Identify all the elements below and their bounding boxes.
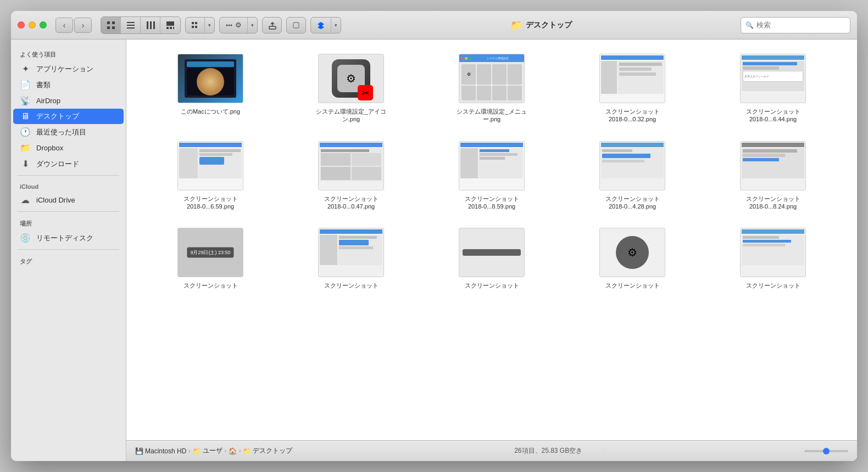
icloud-header: iCloud: [11, 179, 126, 192]
date-badge: 9月29日(土) 23:50: [187, 248, 233, 258]
breadcrumb-item[interactable]: 📁 ユーザ: [193, 446, 222, 456]
column-view-button[interactable]: [141, 17, 160, 33]
maximize-button[interactable]: [40, 21, 47, 29]
file-item[interactable]: このMacについて.png: [143, 50, 278, 127]
search-icon: 🔍: [745, 21, 754, 29]
window-title: デスクトップ: [526, 20, 572, 30]
file-item[interactable]: スクリーンショット 2018-0...8.24.png: [705, 138, 841, 214]
svg-rect-4: [127, 22, 135, 23]
file-item[interactable]: 文字入力フィールド スクリーンショット 2018-0...6.44.png: [705, 50, 841, 127]
file-item[interactable]: スクリーンショット 2018-0...4.28.png: [565, 138, 700, 214]
file-name: スクリーンショット: [324, 282, 379, 289]
group-button-main[interactable]: [186, 18, 205, 33]
applications-label: アプリケーション: [36, 64, 93, 74]
places-header: 場所: [11, 215, 126, 230]
svg-point-19: [229, 24, 230, 26]
file-item[interactable]: スクリーンショット: [283, 224, 419, 293]
breadcrumb-item[interactable]: 🏠: [229, 447, 237, 455]
group-button[interactable]: ▾: [185, 17, 215, 33]
minimize-button[interactable]: [29, 21, 36, 29]
file-name: スクリーンショット: [465, 282, 519, 289]
statusbar: 💾 Macintosh HD › 📁 ユーザ › 🏠 › 📁: [126, 440, 857, 461]
svg-rect-0: [107, 21, 110, 24]
sidebar-item-airdrop[interactable]: 📡 AirDrop: [11, 93, 126, 109]
file-name: スクリーンショット 2018-0...6.44.png: [737, 108, 809, 123]
zoom-slider[interactable]: [804, 450, 848, 452]
dropbox-button[interactable]: ▾: [310, 17, 341, 33]
desktop-bc-label: デスクトップ: [253, 446, 292, 456]
svg-rect-3: [112, 26, 115, 29]
svg-rect-11: [166, 27, 169, 29]
file-thumbnail: システム環境設定 ⚙: [459, 54, 525, 103]
share-button[interactable]: [262, 17, 282, 33]
file-name: スクリーンショット 2018-0...6.59.png: [175, 195, 246, 211]
back-button[interactable]: ‹: [55, 18, 73, 33]
search-box[interactable]: 🔍: [741, 17, 850, 33]
airdrop-icon: 📡: [20, 95, 31, 106]
file-thumbnail: [599, 54, 665, 103]
file-item[interactable]: スクリーンショット 2018-0...8.59.png: [424, 138, 559, 214]
file-item[interactable]: スクリーンショット: [705, 224, 841, 293]
sidebar-item-recents[interactable]: 🕐 最近使った項目: [11, 124, 126, 140]
icon-view-button[interactable]: [101, 17, 121, 33]
dropbox-sidebar-icon: 📁: [20, 143, 31, 153]
list-view-button[interactable]: [121, 17, 141, 33]
action-button[interactable]: ⚙ ▾: [219, 17, 258, 33]
action-button-main[interactable]: ⚙: [220, 18, 248, 33]
close-button[interactable]: [18, 21, 25, 29]
file-item[interactable]: スクリーンショット 2018-0...6.59.png: [143, 138, 278, 214]
slider-thumb: [823, 448, 830, 454]
sidebar-item-desktop[interactable]: 🖥 デスクトップ: [13, 109, 124, 124]
file-thumbnail: [318, 141, 384, 190]
file-item[interactable]: スクリーンショット: [424, 224, 559, 293]
file-thumbnail: [177, 54, 243, 103]
file-thumbnail: ⚙: [599, 228, 665, 277]
dropbox-button-main[interactable]: [311, 18, 331, 33]
action-button-arrow[interactable]: ▾: [248, 18, 257, 33]
file-name: スクリーンショット 2018-0...4.28.png: [597, 195, 668, 211]
file-item[interactable]: スクリーンショット 2018-0...0.47.png: [283, 138, 419, 214]
sidebar-item-documents[interactable]: 📄 書類: [11, 77, 126, 93]
icloud-drive-icon: ☁: [20, 195, 31, 205]
tag-button-main[interactable]: [287, 18, 305, 33]
svg-rect-14: [192, 22, 194, 24]
sidebar-item-icloud-drive[interactable]: ☁ iCloud Drive: [11, 192, 126, 208]
home-icon: 🏠: [229, 447, 237, 455]
group-button-arrow[interactable]: ▾: [205, 18, 214, 33]
file-thumbnail: [740, 141, 806, 190]
breadcrumb-item[interactable]: 📁 デスクトップ: [243, 446, 292, 456]
svg-rect-8: [150, 21, 152, 29]
tag-button[interactable]: [286, 17, 306, 33]
search-input[interactable]: [756, 21, 845, 29]
window-title-area: 📁 デスクトップ: [346, 19, 736, 31]
traffic-lights: [18, 21, 47, 29]
sidebar-item-remote-disk[interactable]: 💿 リモートディスク: [11, 230, 126, 246]
file-item[interactable]: システム環境設定 ⚙: [424, 50, 559, 127]
dropbox-button-arrow[interactable]: ▾: [331, 18, 341, 33]
status-info: 26項目、25.83 GB空き: [292, 446, 804, 456]
forward-button[interactable]: ›: [74, 18, 92, 33]
applications-icon: ✦: [20, 64, 31, 74]
users-icon: 📁: [193, 447, 201, 455]
file-thumbnail: [459, 141, 525, 190]
breadcrumb-separator: ›: [239, 448, 241, 454]
cover-flow-button[interactable]: [160, 17, 180, 33]
file-item[interactable]: スクリーンショット 2018-0...0.32.png: [565, 50, 700, 127]
sidebar-item-downloads[interactable]: ⬇ ダウンロード: [11, 156, 126, 172]
downloads-label: ダウンロード: [36, 159, 79, 169]
share-button-main[interactable]: [263, 18, 282, 33]
file-item[interactable]: ⚙ ✂ システム環境設定_アイコン.png: [283, 50, 419, 127]
sidebar-item-applications[interactable]: ✦ アプリケーション: [11, 61, 126, 77]
svg-point-18: [226, 24, 228, 26]
desktop-icon: 🖥: [20, 111, 31, 121]
file-item[interactable]: ⚙ スクリーンショット: [565, 224, 700, 293]
file-name: スクリーンショット 2018-0...8.59.png: [456, 195, 527, 211]
documents-icon: 📄: [20, 80, 31, 90]
documents-label: 書類: [36, 80, 51, 90]
sidebar-item-dropbox[interactable]: 📁 Dropbox: [11, 140, 126, 156]
file-thumbnail: [599, 141, 665, 190]
breadcrumb-item[interactable]: 💾 Macintosh HD: [135, 447, 186, 455]
file-name: スクリーンショット: [183, 282, 238, 289]
file-item[interactable]: 9月29日(土) 23:50 スクリーンショット: [143, 224, 278, 293]
nav-buttons: ‹ ›: [55, 18, 92, 33]
